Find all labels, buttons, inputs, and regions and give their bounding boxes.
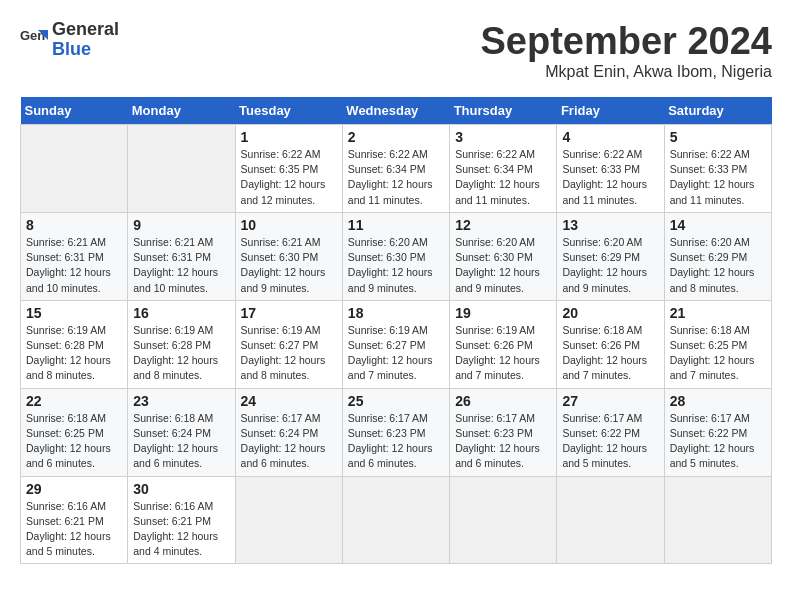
calendar-cell [235,476,342,564]
page-header: Gen General Blue September 2024 Mkpat En… [20,20,772,81]
day-number: 12 [455,217,551,233]
day-info: Sunrise: 6:18 AMSunset: 6:25 PMDaylight:… [670,323,766,384]
day-info: Sunrise: 6:19 AMSunset: 6:27 PMDaylight:… [348,323,444,384]
day-number: 24 [241,393,337,409]
calendar-cell: 16Sunrise: 6:19 AMSunset: 6:28 PMDayligh… [128,300,235,388]
calendar-cell: 4Sunrise: 6:22 AMSunset: 6:33 PMDaylight… [557,125,664,213]
calendar-cell: 17Sunrise: 6:19 AMSunset: 6:27 PMDayligh… [235,300,342,388]
calendar-cell [450,476,557,564]
calendar-cell: 20Sunrise: 6:18 AMSunset: 6:26 PMDayligh… [557,300,664,388]
calendar-week-row: 1Sunrise: 6:22 AMSunset: 6:35 PMDaylight… [21,125,772,213]
day-info: Sunrise: 6:18 AMSunset: 6:25 PMDaylight:… [26,411,122,472]
calendar-cell: 3Sunrise: 6:22 AMSunset: 6:34 PMDaylight… [450,125,557,213]
logo-general: General [52,19,119,39]
title-block: September 2024 Mkpat Enin, Akwa Ibom, Ni… [481,20,773,81]
day-number: 8 [26,217,122,233]
calendar-cell [128,125,235,213]
day-info: Sunrise: 6:17 AMSunset: 6:22 PMDaylight:… [670,411,766,472]
day-number: 2 [348,129,444,145]
calendar-cell: 13Sunrise: 6:20 AMSunset: 6:29 PMDayligh… [557,212,664,300]
calendar-cell: 21Sunrise: 6:18 AMSunset: 6:25 PMDayligh… [664,300,771,388]
day-info: Sunrise: 6:22 AMSunset: 6:33 PMDaylight:… [562,147,658,208]
day-number: 16 [133,305,229,321]
calendar-cell: 24Sunrise: 6:17 AMSunset: 6:24 PMDayligh… [235,388,342,476]
day-info: Sunrise: 6:18 AMSunset: 6:26 PMDaylight:… [562,323,658,384]
day-info: Sunrise: 6:20 AMSunset: 6:29 PMDaylight:… [670,235,766,296]
day-info: Sunrise: 6:19 AMSunset: 6:27 PMDaylight:… [241,323,337,384]
calendar-cell: 27Sunrise: 6:17 AMSunset: 6:22 PMDayligh… [557,388,664,476]
day-info: Sunrise: 6:17 AMSunset: 6:23 PMDaylight:… [455,411,551,472]
day-number: 15 [26,305,122,321]
day-number: 11 [348,217,444,233]
day-number: 4 [562,129,658,145]
weekday-header-wednesday: Wednesday [342,97,449,125]
day-number: 14 [670,217,766,233]
day-number: 23 [133,393,229,409]
logo: Gen General Blue [20,20,119,60]
location: Mkpat Enin, Akwa Ibom, Nigeria [481,63,773,81]
calendar-cell: 19Sunrise: 6:19 AMSunset: 6:26 PMDayligh… [450,300,557,388]
calendar-cell: 29Sunrise: 6:16 AMSunset: 6:21 PMDayligh… [21,476,128,564]
day-info: Sunrise: 6:17 AMSunset: 6:22 PMDaylight:… [562,411,658,472]
calendar-week-row: 22Sunrise: 6:18 AMSunset: 6:25 PMDayligh… [21,388,772,476]
weekday-header-friday: Friday [557,97,664,125]
day-number: 26 [455,393,551,409]
day-info: Sunrise: 6:21 AMSunset: 6:31 PMDaylight:… [26,235,122,296]
calendar-week-row: 8Sunrise: 6:21 AMSunset: 6:31 PMDaylight… [21,212,772,300]
day-number: 19 [455,305,551,321]
day-info: Sunrise: 6:16 AMSunset: 6:21 PMDaylight:… [26,499,122,560]
day-info: Sunrise: 6:18 AMSunset: 6:24 PMDaylight:… [133,411,229,472]
day-info: Sunrise: 6:20 AMSunset: 6:29 PMDaylight:… [562,235,658,296]
day-number: 25 [348,393,444,409]
calendar-cell: 9Sunrise: 6:21 AMSunset: 6:31 PMDaylight… [128,212,235,300]
calendar-cell: 10Sunrise: 6:21 AMSunset: 6:30 PMDayligh… [235,212,342,300]
calendar-cell: 26Sunrise: 6:17 AMSunset: 6:23 PMDayligh… [450,388,557,476]
month-title: September 2024 [481,20,773,63]
calendar-cell [664,476,771,564]
calendar-cell: 14Sunrise: 6:20 AMSunset: 6:29 PMDayligh… [664,212,771,300]
weekday-header-sunday: Sunday [21,97,128,125]
calendar-cell: 2Sunrise: 6:22 AMSunset: 6:34 PMDaylight… [342,125,449,213]
day-info: Sunrise: 6:16 AMSunset: 6:21 PMDaylight:… [133,499,229,560]
day-info: Sunrise: 6:20 AMSunset: 6:30 PMDaylight:… [348,235,444,296]
day-info: Sunrise: 6:21 AMSunset: 6:31 PMDaylight:… [133,235,229,296]
calendar-cell: 15Sunrise: 6:19 AMSunset: 6:28 PMDayligh… [21,300,128,388]
calendar-cell: 5Sunrise: 6:22 AMSunset: 6:33 PMDaylight… [664,125,771,213]
calendar-cell [557,476,664,564]
calendar-week-row: 29Sunrise: 6:16 AMSunset: 6:21 PMDayligh… [21,476,772,564]
day-number: 28 [670,393,766,409]
weekday-header-monday: Monday [128,97,235,125]
logo-icon: Gen [20,26,48,54]
weekday-header-thursday: Thursday [450,97,557,125]
day-number: 21 [670,305,766,321]
day-info: Sunrise: 6:19 AMSunset: 6:28 PMDaylight:… [26,323,122,384]
day-number: 3 [455,129,551,145]
weekday-header-tuesday: Tuesday [235,97,342,125]
day-number: 20 [562,305,658,321]
day-info: Sunrise: 6:22 AMSunset: 6:34 PMDaylight:… [348,147,444,208]
calendar-cell: 23Sunrise: 6:18 AMSunset: 6:24 PMDayligh… [128,388,235,476]
day-info: Sunrise: 6:17 AMSunset: 6:24 PMDaylight:… [241,411,337,472]
day-number: 27 [562,393,658,409]
day-number: 9 [133,217,229,233]
calendar-cell: 22Sunrise: 6:18 AMSunset: 6:25 PMDayligh… [21,388,128,476]
day-number: 29 [26,481,122,497]
calendar-cell [21,125,128,213]
calendar-cell: 18Sunrise: 6:19 AMSunset: 6:27 PMDayligh… [342,300,449,388]
day-number: 5 [670,129,766,145]
day-number: 10 [241,217,337,233]
day-info: Sunrise: 6:19 AMSunset: 6:26 PMDaylight:… [455,323,551,384]
day-info: Sunrise: 6:17 AMSunset: 6:23 PMDaylight:… [348,411,444,472]
calendar-cell [342,476,449,564]
day-info: Sunrise: 6:22 AMSunset: 6:35 PMDaylight:… [241,147,337,208]
day-number: 17 [241,305,337,321]
calendar-cell: 8Sunrise: 6:21 AMSunset: 6:31 PMDaylight… [21,212,128,300]
calendar-cell: 28Sunrise: 6:17 AMSunset: 6:22 PMDayligh… [664,388,771,476]
logo-blue: Blue [52,40,119,60]
calendar-cell: 25Sunrise: 6:17 AMSunset: 6:23 PMDayligh… [342,388,449,476]
day-info: Sunrise: 6:22 AMSunset: 6:33 PMDaylight:… [670,147,766,208]
day-number: 18 [348,305,444,321]
day-number: 13 [562,217,658,233]
calendar-table: SundayMondayTuesdayWednesdayThursdayFrid… [20,97,772,564]
day-info: Sunrise: 6:22 AMSunset: 6:34 PMDaylight:… [455,147,551,208]
